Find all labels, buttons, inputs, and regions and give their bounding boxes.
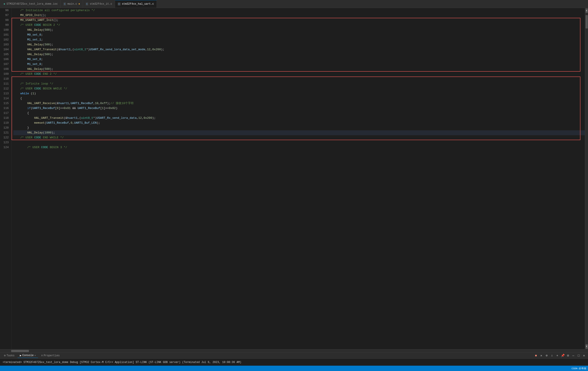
line-106: 106 [2, 57, 9, 62]
tasks-label: Tasks [6, 354, 14, 357]
scrollbar-down-arrow[interactable]: ▼ [586, 344, 588, 349]
line-100: 100 [2, 28, 9, 32]
scrollbar-horizontal-thumb[interactable] [11, 350, 29, 352]
code-line-103: HAL_Delay(500); [13, 42, 585, 47]
line-114: 114 [2, 96, 9, 101]
console-status-text: <terminated> STM32F407ZGxx_test_lora_dom… [3, 361, 242, 364]
code-line-123 [13, 140, 585, 145]
line-121: 121 [2, 130, 9, 135]
line-109: 109 [2, 72, 9, 76]
line-103: 103 [2, 42, 9, 47]
line-122: 122 [2, 135, 9, 140]
line-111: 111 [2, 82, 9, 86]
stop-btn[interactable]: ■ [534, 353, 538, 358]
scrollbar-horizontal[interactable] [0, 349, 588, 352]
code-line-116: if(UART1_ReceBuf[0]==0x01 && UART1_ReceB… [13, 106, 585, 111]
minimize-btn[interactable]: — [571, 353, 576, 358]
line-numbers: 96 97 98 99 100 101 102 103 104 105 106 … [0, 8, 11, 349]
code-line-124: /* USER CODE BEGIN 3 */ [13, 145, 585, 150]
main-container: ◈ STM32F407ZGxx_test_lora_dome.ioc C mai… [0, 0, 588, 371]
code-line-121: HAL_Delay(1000); [13, 130, 585, 135]
line-123: 123 [2, 140, 9, 145]
line-116: 116 [2, 106, 9, 111]
console-close-icon[interactable]: ✕ [34, 354, 36, 357]
line-124: 124 [2, 145, 9, 150]
code-line-109: /* USER CODE END 2 */ [13, 72, 585, 76]
line-119: 119 [2, 121, 9, 125]
console-output: <terminated> STM32F407ZGxx_test_lora_dom… [0, 359, 588, 366]
tab-it-icon: C [86, 2, 89, 6]
line-115: 115 [2, 101, 9, 106]
new-console-btn[interactable]: + [555, 353, 559, 358]
line-108: 108 [2, 67, 9, 72]
line-120: 120 [2, 125, 9, 130]
bottom-tab-console[interactable]: ▶ Console ✕ [18, 353, 38, 358]
line-113: 113 [2, 91, 9, 96]
code-area[interactable]: a /* Initialize all configured periphera… [11, 8, 585, 349]
code-line-105: HAL_Delay(500); [13, 52, 585, 57]
code-line-99: /* USER CODE BEGIN 2 */ [13, 23, 585, 28]
properties-icon: ≡ [41, 354, 43, 357]
code-line-110 [13, 76, 585, 82]
code-line-96: /* Initialize all configured peripherals… [13, 8, 585, 13]
line-112: 112 [2, 86, 9, 91]
line-98: 98 [2, 18, 9, 23]
code-line-111: /* Infinite loop */ [13, 82, 585, 86]
status-bar: CSDN·好奇猫 [0, 366, 588, 371]
tab-main-c[interactable]: C main.c ● [61, 0, 83, 8]
layout-btn[interactable]: ⊟ [566, 353, 570, 358]
editor-wrapper: 96 97 98 99 100 101 102 103 104 105 106 … [0, 8, 588, 349]
tab-it[interactable]: C stm32f4xx_it.c [83, 0, 115, 8]
properties-label: Properties [44, 354, 60, 357]
tab-ioc[interactable]: ◈ STM32F407ZGxx_test_lora_dome.ioc [1, 0, 61, 8]
code-line-117: { [13, 111, 585, 116]
code-line-102: M1_set_1; [13, 37, 585, 42]
clear-btn[interactable]: ⊘ [544, 353, 549, 358]
code-line-104: HAL_UART_Transmit(&huart1,(uint8_t*)USAR… [13, 47, 585, 52]
tab-ioc-label: STM32F407ZGxx_test_lora_dome.ioc [6, 2, 58, 6]
code-line-98: MX_USART1_UART_Init(); [13, 18, 585, 23]
line-104: 104 [2, 47, 9, 52]
bottom-tab-properties[interactable]: ≡ Properties [39, 354, 62, 358]
tab-main-c-label: main.c [67, 2, 77, 6]
code-line-113: while (1) [13, 91, 585, 96]
scrollbar-up-arrow[interactable]: ▲ [586, 9, 588, 13]
line-99: 99 [2, 23, 9, 28]
tab-uart[interactable]: C stm32f4xx_hal_uart.c [115, 0, 157, 8]
line-102: 102 [2, 37, 9, 42]
pin-btn[interactable]: 📌 [560, 353, 565, 358]
tab-uart-label: stm32f4xx_hal_uart.c [122, 2, 154, 6]
console-label: Console [22, 354, 33, 357]
tab-bar: ◈ STM32F407ZGxx_test_lora_dome.ioc C mai… [0, 0, 588, 8]
line-96: 96 [2, 8, 9, 13]
maximize-panel-btn[interactable]: □ [577, 353, 581, 358]
bottom-tab-tasks[interactable]: ⚙ Tasks [2, 353, 17, 358]
scrollbar-thumb[interactable] [586, 15, 588, 29]
code-line-107: M1_set_0; [13, 62, 585, 67]
scrollbar-right[interactable]: ▲ ▼ [585, 8, 588, 349]
bottom-panel: ⚙ Tasks ▶ Console ✕ ≡ Properties ■ ✕ ⊘ ⇩… [0, 352, 588, 366]
line-101: 101 [2, 32, 9, 37]
bottom-toolbar: ■ ✕ ⊘ ⇩ + 📌 ⊟ — □ ✕ [534, 353, 586, 358]
line-97: 97 [2, 13, 9, 18]
code-line-106: M0_set_0; [13, 57, 585, 62]
status-right: CSDN·好奇猫 [572, 367, 586, 370]
scroll-lock-btn[interactable]: ⇩ [550, 353, 554, 358]
code-line-118: HAL_UART_Transmit(&huart1,(uint8_t*)USAR… [13, 116, 585, 121]
code-line-115: HAL_UART_Receive(&huart1,UART1_ReceBuf,1… [13, 101, 585, 106]
close-panel-btn[interactable]: ✕ [582, 353, 586, 358]
tab-main-c-icon: C [63, 2, 66, 6]
tab-it-label: stm32f4xx_it.c [90, 2, 112, 6]
code-line-112: /* USER CODE BEGIN WHILE */ [13, 86, 585, 91]
code-line-119: memset(UART1_ReceBuf,0,UART1_Buf_LEN); [13, 121, 585, 125]
code-line-101: M0_set_0; [13, 32, 585, 37]
terminate-btn[interactable]: ✕ [539, 353, 544, 358]
tab-main-c-modified: ● [79, 2, 80, 6]
line-105: 105 [2, 52, 9, 57]
line-117: 117 [2, 111, 9, 116]
line-118: 118 [2, 116, 9, 121]
line-107: 107 [2, 62, 9, 67]
code-lines: /* Initialize all configured peripherals… [11, 8, 585, 150]
console-icon: ▶ [20, 354, 21, 357]
tasks-icon: ⚙ [4, 354, 6, 357]
